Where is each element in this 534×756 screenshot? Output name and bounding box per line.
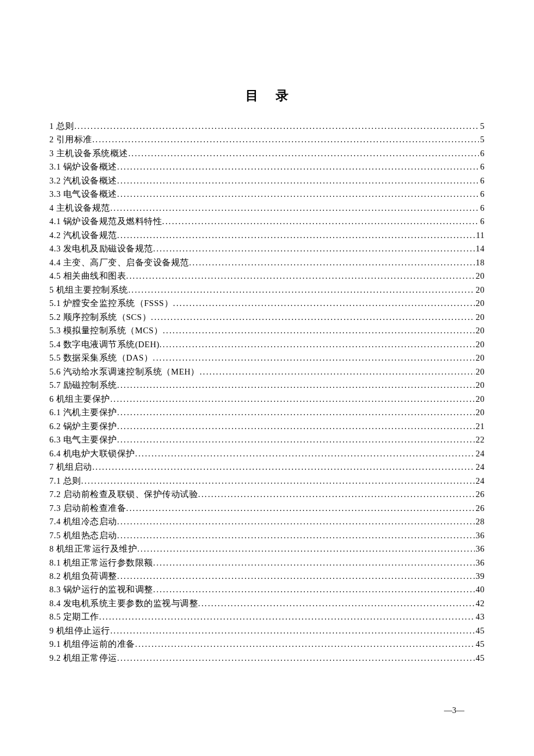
- toc-entry: 9.2 机组正常停运45: [49, 651, 485, 665]
- toc-entry: 8.3 锅炉运行的监视和调整40: [49, 583, 485, 596]
- toc-entry: 5.1 炉膛安全监控系统（FSSS）20: [49, 297, 485, 310]
- toc-entry-label: 5.4 数字电液调节系统(DEH): [49, 338, 160, 351]
- toc-leader-dots: [117, 229, 475, 242]
- toc-entry-label: 3 主机设备系统概述: [49, 147, 128, 160]
- toc-leader-dots: [151, 311, 474, 324]
- toc-leader-dots: [117, 160, 479, 174]
- toc-entry-label: 8.3 锅炉运行的监视和调整: [49, 583, 153, 596]
- toc-entry-page: 6: [479, 160, 485, 174]
- toc-leader-dots: [163, 324, 474, 337]
- toc-entry: 4 主机设备规范6: [49, 201, 485, 215]
- toc-entry: 3.3 电气设备概述6: [49, 188, 485, 201]
- toc-entry: 5.7 励磁控制系统20: [49, 379, 485, 392]
- toc-entry-page: 20: [475, 406, 485, 419]
- toc-entry-label: 6.1 汽机主要保护: [49, 406, 117, 419]
- toc-entry-label: 3.3 电气设备概述: [49, 188, 117, 201]
- toc-entry: 5.2 顺序控制系统（SCS）20: [49, 311, 485, 324]
- toc-leader-dots: [126, 502, 474, 515]
- toc-leader-dots: [117, 188, 479, 201]
- toc-entry: 6.1 汽机主要保护20: [49, 406, 485, 419]
- toc-entry-label: 5 机组主要控制系统: [49, 283, 128, 297]
- toc-entry: 2 引用标准5: [49, 133, 485, 146]
- toc-entry-page: 6: [479, 188, 485, 201]
- toc-entry: 5.3 模拟量控制系统（MCS）20: [49, 324, 485, 337]
- toc-entry-label: 5.7 励磁控制系统: [49, 379, 117, 392]
- toc-entry-label: 4.1 锅炉设备规范及燃料特性: [49, 215, 162, 228]
- toc-entry-label: 8 机组正常运行及维护: [49, 542, 137, 556]
- toc-entry: 5.5 数据采集系统（DAS）20: [49, 351, 485, 365]
- toc-entry: 4.5 相关曲线和图表20: [49, 269, 485, 283]
- toc-leader-dots: [128, 147, 479, 160]
- toc-leader-dots: [117, 570, 475, 583]
- toc-entry-page: 26: [475, 502, 485, 515]
- toc-entry-page: 5: [479, 120, 485, 133]
- toc-entry-label: 5.3 模拟量控制系统（MCS）: [49, 324, 163, 337]
- toc-entry: 8.4 发电机系统主要参数的监视与调整42: [49, 597, 485, 610]
- toc-leader-dots: [173, 297, 474, 310]
- toc-leader-dots: [81, 474, 475, 488]
- toc-entry-label: 7.2 启动前检查及联锁、保护传动试验: [49, 488, 198, 501]
- toc-leader-dots: [74, 120, 479, 133]
- toc-entry-label: 4.3 发电机及励磁设备规范: [49, 242, 153, 255]
- toc-entry-page: 21: [475, 420, 485, 433]
- toc-entry-label: 3.2 汽机设备概述: [49, 174, 117, 188]
- toc-entry-label: 9.2 机组正常停运: [49, 651, 117, 665]
- toc-entry-label: 1 总则: [49, 120, 74, 133]
- toc-entry-label: 5.5 数据采集系统（DAS）: [49, 351, 153, 365]
- toc-entry-page: 24: [475, 460, 485, 474]
- toc-entry: 6.2 锅炉主要保护21: [49, 420, 485, 433]
- toc-entry-page: 36: [475, 542, 485, 556]
- toc-leader-dots: [99, 610, 475, 624]
- toc-entry-page: 20: [475, 379, 485, 392]
- toc-entry-label: 9.1 机组停运前的准备: [49, 638, 135, 651]
- toc-entry-label: 7.5 机组热态启动: [49, 529, 117, 542]
- toc-entry: 9.1 机组停运前的准备45: [49, 638, 485, 651]
- toc-leader-dots: [153, 351, 474, 365]
- toc-list: 1 总则52 引用标准53 主机设备系统概述63.1 锅炉设备概述63.2 汽机…: [49, 120, 485, 665]
- toc-leader-dots: [153, 242, 475, 255]
- toc-entry: 9 机组停止运行45: [49, 624, 485, 638]
- toc-leader-dots: [160, 338, 475, 351]
- toc-entry-page: 36: [475, 556, 485, 570]
- toc-entry: 4.3 发电机及励磁设备规范14: [49, 242, 485, 255]
- toc-entry: 7.1 总则24: [49, 474, 485, 488]
- toc-entry-label: 2 引用标准: [49, 133, 92, 146]
- toc-entry-label: 4 主机设备规范: [49, 201, 110, 215]
- toc-entry-page: 45: [475, 651, 485, 665]
- toc-leader-dots: [92, 460, 475, 474]
- toc-entry-page: 5: [479, 133, 485, 146]
- toc-leader-dots: [135, 638, 475, 651]
- toc-entry: 6 机组主要保护20: [49, 393, 485, 406]
- toc-entry-page: 14: [475, 242, 485, 255]
- toc-entry-label: 7.1 总则: [49, 474, 81, 488]
- toc-entry: 7.5 机组热态启动36: [49, 529, 485, 542]
- toc-entry: 7.4 机组冷态启动28: [49, 515, 485, 528]
- toc-entry: 5.4 数字电液调节系统(DEH)20: [49, 338, 485, 351]
- toc-leader-dots: [135, 447, 475, 460]
- toc-entry-label: 4.5 相关曲线和图表: [49, 269, 126, 283]
- toc-entry-page: 28: [475, 515, 485, 528]
- toc-entry: 5 机组主要控制系统20: [49, 283, 485, 297]
- toc-entry-page: 20: [475, 338, 485, 351]
- toc-leader-dots: [110, 393, 475, 406]
- toc-leader-dots: [198, 597, 474, 610]
- toc-leader-dots: [117, 515, 475, 528]
- toc-entry: 8.5 定期工作43: [49, 610, 485, 624]
- toc-entry-page: 20: [475, 297, 485, 310]
- toc-entry-page: 24: [475, 474, 485, 488]
- toc-leader-dots: [153, 583, 475, 596]
- toc-leader-dots: [110, 201, 479, 215]
- toc-leader-dots: [200, 365, 475, 379]
- toc-leader-dots: [117, 406, 475, 419]
- toc-entry: 1 总则5: [49, 120, 485, 133]
- toc-entry-label: 8.1 机组正常运行参数限额: [49, 556, 153, 570]
- toc-entry: 7.3 启动前检查准备26: [49, 502, 485, 515]
- toc-entry: 3.1 锅炉设备概述6: [49, 160, 485, 174]
- toc-entry-page: 6: [479, 215, 485, 228]
- toc-leader-dots: [110, 624, 475, 638]
- toc-entry: 3 主机设备系统概述6: [49, 147, 485, 160]
- toc-leader-dots: [92, 133, 479, 146]
- toc-leader-dots: [128, 283, 475, 297]
- toc-entry-page: 20: [475, 393, 485, 406]
- toc-entry-page: 24: [475, 447, 485, 460]
